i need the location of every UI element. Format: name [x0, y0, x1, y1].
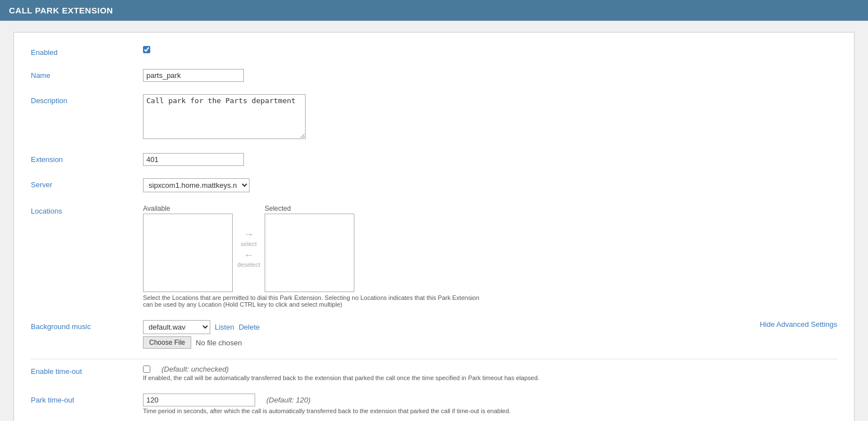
extension-input[interactable]	[143, 153, 244, 166]
deselect-label: deselect	[237, 261, 260, 268]
bg-music-label: Background music	[31, 320, 143, 331]
name-label: Name	[31, 69, 143, 80]
available-list[interactable]	[143, 214, 233, 292]
main-form: Enabled Name Description Call park for t…	[13, 32, 855, 421]
park-timeout-label: Park time-out	[31, 394, 143, 404]
enable-timeout-checkbox[interactable]	[143, 366, 150, 373]
bg-music-select[interactable]: default.wav	[143, 320, 210, 334]
enable-timeout-default: (Default: unchecked)	[161, 365, 229, 373]
selected-list[interactable]	[265, 214, 354, 292]
extension-label: Extension	[31, 153, 143, 164]
park-timeout-hint: Time period in seconds, after which the …	[143, 408, 592, 414]
park-timeout-row: Park time-out (Default: 120) Time period…	[31, 391, 837, 417]
locations-label: Locations	[31, 205, 143, 215]
page-title: CALL PARK EXTENSION	[9, 6, 113, 15]
extension-row: Extension	[31, 151, 837, 168]
enable-timeout-row: Enable time-out (Default: unchecked) If …	[31, 363, 837, 383]
delete-link[interactable]: Delete	[239, 323, 260, 331]
choose-file-button[interactable]: Choose File	[143, 336, 191, 349]
description-row: Description Call park for the Parts depa…	[31, 92, 837, 143]
locations-lists: Available → select ← deselect Selected	[143, 205, 837, 292]
park-timeout-input[interactable]	[143, 394, 255, 406]
divider	[31, 359, 837, 359]
page-header: CALL PARK EXTENSION	[0, 0, 868, 21]
server-row: Server sipxcom1.home.mattkeys.net	[31, 176, 837, 195]
enabled-checkbox[interactable]	[143, 46, 150, 53]
park-timeout-default: (Default: 120)	[266, 396, 311, 404]
enabled-label: Enabled	[31, 46, 143, 57]
description-textarea[interactable]: Call park for the Parts department	[143, 94, 306, 139]
enabled-row: Enabled	[31, 44, 837, 59]
selected-label: Selected	[265, 205, 354, 212]
select-button[interactable]: → select	[241, 229, 257, 247]
name-input[interactable]	[143, 69, 244, 82]
locations-row: Locations Available → select ← deselect	[31, 202, 837, 310]
deselect-button[interactable]: ← deselect	[237, 249, 260, 268]
hide-advanced-link[interactable]: Hide Advanced Settings	[760, 320, 837, 329]
bg-music-row: Background music default.wav Listen Dele…	[31, 318, 837, 351]
enable-timeout-hint: If enabled, the call will be automatical…	[143, 374, 592, 381]
available-label: Available	[143, 205, 233, 212]
select-label: select	[241, 240, 257, 247]
locations-hint: Select the Locations that are permitted …	[143, 294, 479, 308]
description-label: Description	[31, 94, 143, 105]
no-file-text: No file chosen	[196, 339, 242, 347]
enable-timeout-label: Enable time-out	[31, 365, 143, 376]
server-label: Server	[31, 178, 143, 189]
name-row: Name	[31, 67, 837, 84]
listen-link[interactable]: Listen	[215, 323, 234, 331]
server-select[interactable]: sipxcom1.home.mattkeys.net	[143, 178, 250, 192]
